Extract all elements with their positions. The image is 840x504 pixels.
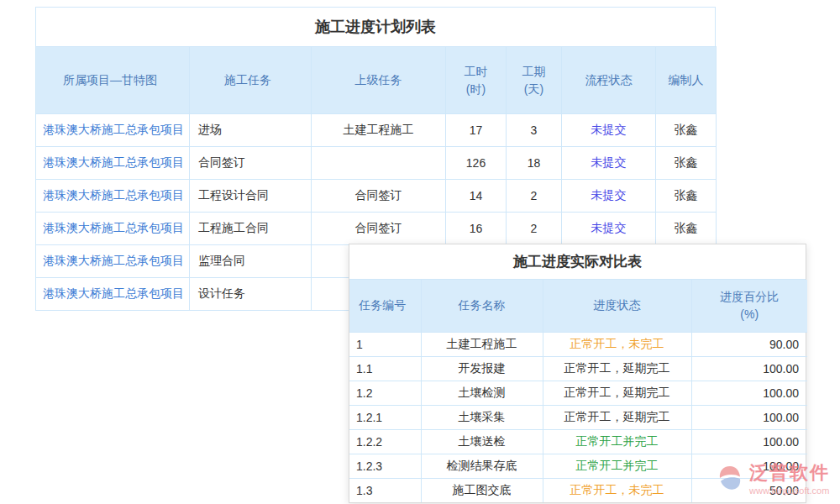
task-cell: 设计任务 xyxy=(190,278,312,311)
task-name-cell: 土壤采集 xyxy=(421,405,543,429)
task-cell: 进场 xyxy=(190,114,312,147)
progress-percent-cell: 90.00 xyxy=(691,332,807,356)
progress-status-cell: 正常开工，延期完工 xyxy=(543,356,691,381)
col-header-task-name: 任务名称 xyxy=(421,280,543,332)
hours-cell: 126 xyxy=(446,147,507,180)
days-cell: 2 xyxy=(507,180,562,213)
task-cell: 合同签订 xyxy=(190,147,312,180)
creator-cell: 张鑫 xyxy=(656,180,717,213)
compare-table-row: 1 土建工程施工 正常开工，未完工 90.00 xyxy=(349,332,807,356)
compare-table-row: 1.3 施工图交底 正常开工，未完工 50.00 xyxy=(349,478,807,502)
progress-percent-cell: 100.00 xyxy=(691,429,807,454)
plan-table-title: 施工进度计划列表 xyxy=(35,7,716,46)
workflow-status-link[interactable]: 未提交 xyxy=(591,221,627,234)
parent-task-cell: 合同签订 xyxy=(312,213,446,245)
progress-status-cell: 正常开工，延期完工 xyxy=(543,381,691,405)
plan-table-header-row: 所属项目—甘特图 施工任务 上级任务 工时(时) 工期(天) 流程状态 编制人 xyxy=(36,47,717,114)
col-header-days: 工期(天) xyxy=(507,47,562,114)
col-header-task-no: 任务编号 xyxy=(349,280,421,332)
compare-table-header-row: 任务编号 任务名称 进度状态 进度百分比(%) xyxy=(349,280,807,332)
plan-table-row: 港珠澳大桥施工总承包项目 合同签订 126 18 未提交 张鑫 xyxy=(36,147,717,180)
compare-table-title: 施工进度实际对比表 xyxy=(349,244,806,280)
compare-table-row: 1.2 土壤检测 正常开工，延期完工 100.00 xyxy=(349,381,807,405)
compare-table-row: 1.2.2 土壤送检 正常开工并完工 100.00 xyxy=(349,429,807,454)
project-link[interactable]: 港珠澳大桥施工总承包项目 xyxy=(43,155,184,169)
compare-table: 任务编号 任务名称 进度状态 进度百分比(%) 1 土建工程施工 正常开工，未完… xyxy=(349,280,807,502)
progress-percent-cell: 50.00 xyxy=(691,478,807,502)
col-header-creator: 编制人 xyxy=(656,47,717,114)
col-header-progress-status: 进度状态 xyxy=(543,280,691,332)
plan-table-row: 港珠澳大桥施工总承包项目 工程设计合同 合同签订 14 2 未提交 张鑫 xyxy=(36,180,717,213)
task-name-cell: 开发报建 xyxy=(421,356,543,381)
plan-table-row: 港珠澳大桥施工总承包项目 进场 土建工程施工 17 3 未提交 张鑫 xyxy=(36,114,717,147)
col-header-task: 施工任务 xyxy=(190,47,312,114)
workflow-status-link[interactable]: 未提交 xyxy=(591,123,627,136)
compare-table-row: 1.1 开发报建 正常开工，延期完工 100.00 xyxy=(349,356,807,381)
hours-cell: 16 xyxy=(446,213,507,245)
progress-percent-cell: 100.00 xyxy=(691,454,807,478)
progress-percent-cell: 100.00 xyxy=(691,356,807,381)
days-cell: 2 xyxy=(507,213,562,245)
progress-status-cell: 正常开工，未完工 xyxy=(543,478,691,502)
task-no-cell: 1.1 xyxy=(349,356,421,381)
project-link[interactable]: 港珠澳大桥施工总承包项目 xyxy=(43,123,184,136)
progress-percent-cell: 100.00 xyxy=(691,405,807,429)
task-name-cell: 土壤检测 xyxy=(421,381,543,405)
page: 施工进度计划列表 所属项目—甘特图 施工任务 上级任务 工时(时) 工期(天) … xyxy=(0,0,840,504)
days-cell: 3 xyxy=(507,114,562,147)
task-no-cell: 1 xyxy=(349,332,421,356)
workflow-status-link[interactable]: 未提交 xyxy=(591,188,627,202)
col-header-parent: 上级任务 xyxy=(312,47,446,114)
project-link[interactable]: 港珠澳大桥施工总承包项目 xyxy=(43,188,184,202)
plan-table-row: 港珠澳大桥施工总承包项目 工程施工合同 合同签订 16 2 未提交 张鑫 xyxy=(36,213,717,245)
task-no-cell: 1.3 xyxy=(349,478,421,502)
task-name-cell: 检测结果存底 xyxy=(421,454,543,478)
col-header-progress-percent: 进度百分比(%) xyxy=(691,280,807,332)
compare-table-row: 1.2.3 检测结果存底 正常开工并完工 100.00 xyxy=(349,454,807,478)
workflow-status-link[interactable]: 未提交 xyxy=(591,155,627,169)
parent-task-cell: 土建工程施工 xyxy=(312,114,446,147)
col-header-hours: 工时(时) xyxy=(446,47,507,114)
creator-cell: 张鑫 xyxy=(656,147,717,180)
task-cell: 工程设计合同 xyxy=(190,180,312,213)
parent-task-cell xyxy=(312,147,446,180)
project-link[interactable]: 港珠澳大桥施工总承包项目 xyxy=(43,221,184,234)
task-no-cell: 1.2.3 xyxy=(349,454,421,478)
progress-status-cell: 正常开工并完工 xyxy=(543,429,691,454)
col-header-status: 流程状态 xyxy=(562,47,656,114)
hours-cell: 17 xyxy=(446,114,507,147)
days-cell: 18 xyxy=(507,147,562,180)
progress-status-cell: 正常开工，延期完工 xyxy=(543,405,691,429)
project-link[interactable]: 港珠澳大桥施工总承包项目 xyxy=(43,286,184,300)
project-link[interactable]: 港珠澳大桥施工总承包项目 xyxy=(43,254,184,267)
compare-table-panel: 施工进度实际对比表 任务编号 任务名称 进度状态 进度百分比(%) 1 土建工程… xyxy=(349,244,806,503)
task-cell: 工程施工合同 xyxy=(190,213,312,245)
task-no-cell: 1.2 xyxy=(349,381,421,405)
task-name-cell: 土建工程施工 xyxy=(421,332,543,356)
progress-percent-cell: 100.00 xyxy=(691,381,807,405)
col-header-project: 所属项目—甘特图 xyxy=(36,47,190,114)
task-cell: 监理合同 xyxy=(190,245,312,278)
hours-cell: 14 xyxy=(446,180,507,213)
task-no-cell: 1.2.2 xyxy=(349,429,421,454)
creator-cell: 张鑫 xyxy=(656,114,717,147)
compare-table-row: 1.2.1 土壤采集 正常开工，延期完工 100.00 xyxy=(349,405,807,429)
task-name-cell: 土壤送检 xyxy=(421,429,543,454)
parent-task-cell: 合同签订 xyxy=(312,180,446,213)
task-no-cell: 1.2.1 xyxy=(349,405,421,429)
progress-status-cell: 正常开工，未完工 xyxy=(543,332,691,356)
creator-cell: 张鑫 xyxy=(656,213,717,245)
task-name-cell: 施工图交底 xyxy=(421,478,543,502)
progress-status-cell: 正常开工并完工 xyxy=(543,454,691,478)
